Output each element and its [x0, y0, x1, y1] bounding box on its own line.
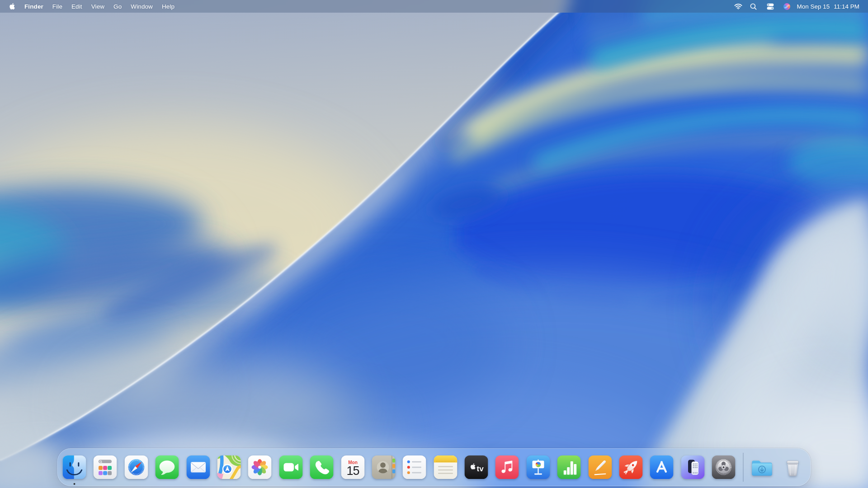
dock-item-photos[interactable]: [248, 455, 272, 479]
dock-item-keynote[interactable]: [526, 455, 550, 479]
downloads-folder-icon: [750, 455, 774, 479]
dock-item-app-store[interactable]: [650, 455, 674, 479]
dock-item-facetime[interactable]: [279, 455, 302, 479]
dock-item-phone[interactable]: [310, 455, 334, 479]
tv-icon: tv: [465, 455, 488, 479]
menu-bar-clock[interactable]: Mon Sep 15 11:14 PM: [797, 3, 859, 10]
phone-icon: [310, 455, 334, 479]
mail-icon: [186, 455, 210, 479]
numbers-icon: [557, 455, 581, 479]
dock-item-downloads[interactable]: [750, 455, 774, 479]
menu-view[interactable]: View: [87, 0, 109, 13]
safari-icon: [124, 455, 148, 479]
menu-bar-right: Mon Sep 15 11:14 PM: [730, 0, 868, 13]
finder-icon: [63, 455, 86, 479]
menu-bar-left: Finder File Edit View Go Window Help: [0, 0, 179, 13]
dock-item-launchpad[interactable]: [94, 455, 117, 479]
contacts-icon: [372, 455, 395, 479]
dock-item-maps[interactable]: [217, 455, 241, 479]
dock-item-trash[interactable]: [781, 455, 804, 479]
reminders-icon: [403, 455, 426, 479]
facetime-icon: [279, 455, 302, 479]
calendar-icon: Mon 15: [341, 455, 364, 479]
dock-item-reminders[interactable]: [403, 455, 426, 479]
dock-item-pages[interactable]: [588, 455, 612, 479]
menu-edit[interactable]: Edit: [67, 0, 87, 13]
finder-running-indicator: [74, 483, 75, 485]
notes-icon: [434, 455, 457, 479]
dock-item-mail[interactable]: [186, 455, 210, 479]
dock-item-calendar[interactable]: Mon 15: [341, 455, 364, 479]
dock-separator: [743, 453, 743, 482]
dock-item-messages[interactable]: [156, 455, 179, 479]
control-center-icon[interactable]: [762, 0, 779, 13]
dock-item-contacts[interactable]: [372, 455, 395, 479]
apple-logo-icon: [9, 3, 15, 10]
keynote-icon: [526, 455, 550, 479]
siri-glyph-icon: [783, 3, 790, 10]
trash-icon: [781, 455, 804, 479]
menu-finder[interactable]: Finder: [20, 0, 48, 13]
wifi-icon[interactable]: [730, 0, 746, 13]
messages-icon: [156, 455, 179, 479]
system-settings-icon: [712, 455, 736, 479]
clock-date: Mon Sep 15: [797, 3, 830, 10]
tv-label: tv: [477, 465, 484, 473]
wifi-glyph-icon: [734, 4, 742, 9]
menu-help[interactable]: Help: [157, 0, 179, 13]
dock-item-music[interactable]: [495, 455, 519, 479]
launchpad-icon: [94, 455, 117, 479]
menu-bar: Finder File Edit View Go Window Help: [0, 0, 868, 13]
music-icon: [495, 455, 519, 479]
dock: Mon 15: [57, 448, 811, 486]
app-store-icon: [650, 455, 674, 479]
dock-item-tv[interactable]: tv: [465, 455, 488, 479]
search-glyph-icon: [750, 3, 757, 10]
photos-icon: [248, 455, 272, 479]
desktop-wallpaper: [0, 0, 868, 488]
dock-item-safari[interactable]: [124, 455, 148, 479]
dock-item-iphone-mirroring[interactable]: [681, 455, 704, 479]
clock-time: 11:14 PM: [834, 3, 859, 10]
rocket-icon: [619, 455, 643, 479]
menu-file[interactable]: File: [48, 0, 67, 13]
macos-desktop: { "menu_bar": { "apple_icon": "apple-log…: [0, 0, 868, 488]
calendar-day: 15: [346, 464, 359, 478]
search-icon[interactable]: [746, 0, 762, 13]
apple-menu[interactable]: [7, 0, 20, 13]
iphone-mirroring-icon: [681, 455, 704, 479]
menu-window[interactable]: Window: [126, 0, 157, 13]
pages-icon: [588, 455, 612, 479]
siri-icon[interactable]: [779, 0, 794, 13]
maps-icon: [217, 455, 241, 479]
dock-item-notes[interactable]: [434, 455, 457, 479]
menu-go[interactable]: Go: [109, 0, 126, 13]
control-center-glyph-icon: [767, 3, 774, 10]
dock-item-rocket[interactable]: [619, 455, 643, 479]
dock-item-finder[interactable]: [63, 455, 86, 479]
dock-item-numbers[interactable]: [557, 455, 581, 479]
dock-item-system-settings[interactable]: [712, 455, 736, 479]
